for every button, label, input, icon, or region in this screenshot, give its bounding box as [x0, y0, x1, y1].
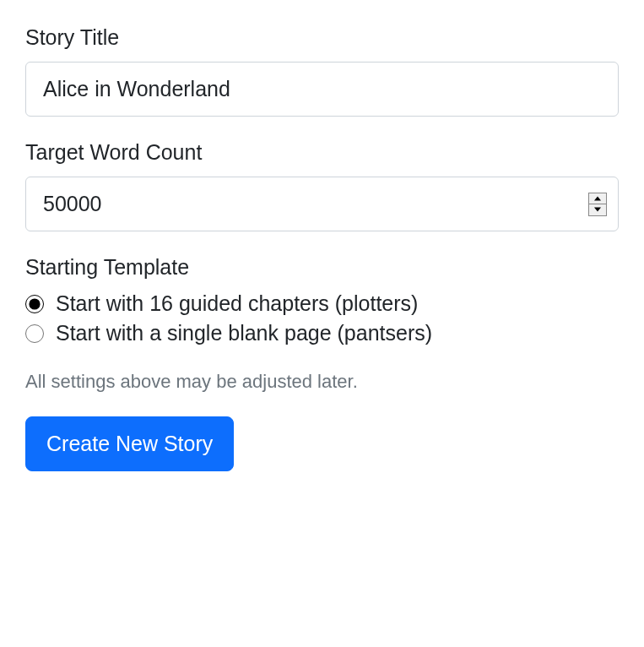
template-radio-label: Start with 16 guided chapters (plotters) — [56, 291, 418, 316]
spinner-up-button[interactable] — [589, 193, 606, 205]
story-title-input[interactable] — [25, 62, 619, 117]
chevron-down-icon — [594, 207, 601, 212]
spinner-down-button[interactable] — [589, 204, 606, 215]
create-story-button[interactable]: Create New Story — [25, 416, 234, 471]
number-spinner[interactable] — [588, 193, 607, 216]
template-radio-label: Start with a single blank page (pantsers… — [56, 321, 432, 345]
help-text: All settings above may be adjusted later… — [25, 371, 619, 393]
template-label: Starting Template — [25, 255, 619, 280]
template-option-pantsers[interactable]: Start with a single blank page (pantsers… — [25, 321, 619, 345]
template-radio-pantsers[interactable] — [25, 324, 44, 343]
chevron-up-icon — [594, 196, 601, 201]
template-radio-plotters[interactable] — [25, 295, 44, 313]
template-option-plotters[interactable]: Start with 16 guided chapters (plotters) — [25, 291, 619, 316]
story-title-label: Story Title — [25, 25, 619, 50]
word-count-label: Target Word Count — [25, 140, 619, 165]
word-count-input[interactable] — [25, 177, 619, 231]
